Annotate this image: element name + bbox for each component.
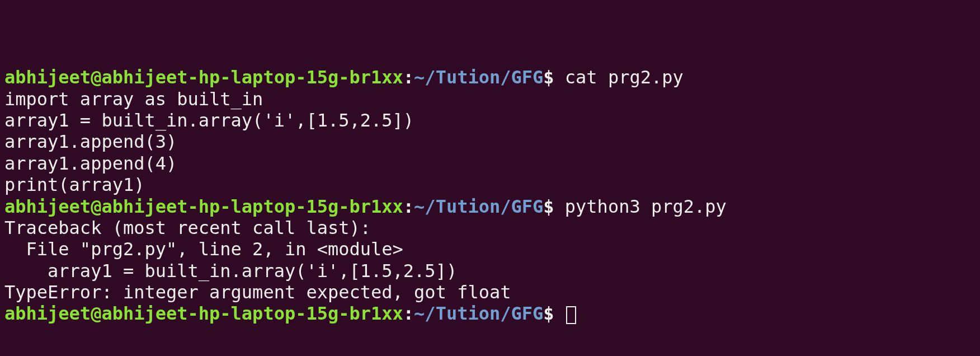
prompt-user-host: abhijeet@abhijeet-hp-laptop-15g-br1xx — [4, 67, 403, 88]
prompt-symbol: $ — [543, 67, 554, 88]
output-line: array1.append(3) — [4, 131, 976, 152]
command-text: python3 prg2.py — [554, 196, 727, 217]
output-line: TypeError: integer argument expected, go… — [4, 282, 976, 303]
output-line: print(array1) — [4, 174, 976, 195]
prompt-separator: : — [403, 67, 414, 88]
terminal-line: abhijeet@abhijeet-hp-laptop-15g-br1xx:~/… — [4, 303, 976, 324]
cursor — [566, 306, 576, 324]
terminal-line: abhijeet@abhijeet-hp-laptop-15g-br1xx:~/… — [4, 196, 976, 217]
prompt-user-host: abhijeet@abhijeet-hp-laptop-15g-br1xx — [4, 196, 403, 217]
terminal-window[interactable]: abhijeet@abhijeet-hp-laptop-15g-br1xx:~/… — [4, 67, 976, 325]
prompt-symbol: $ — [543, 196, 554, 217]
command-text — [554, 303, 565, 324]
prompt-separator: : — [403, 303, 414, 324]
prompt-user-host: abhijeet@abhijeet-hp-laptop-15g-br1xx — [4, 303, 403, 324]
output-line: array1 = built_in.array('i',[1.5,2.5]) — [4, 260, 976, 282]
output-line: import array as built_in — [4, 88, 976, 110]
command-text: cat prg2.py — [554, 67, 684, 88]
prompt-symbol: $ — [543, 303, 554, 324]
output-line: Traceback (most recent call last): — [4, 217, 976, 238]
prompt-path: ~/Tution/GFG — [414, 196, 543, 217]
terminal-line: abhijeet@abhijeet-hp-laptop-15g-br1xx:~/… — [4, 67, 976, 88]
prompt-path: ~/Tution/GFG — [414, 67, 543, 88]
output-line: array1 = built_in.array('i',[1.5,2.5]) — [4, 110, 976, 131]
output-line: array1.append(4) — [4, 153, 976, 174]
prompt-path: ~/Tution/GFG — [414, 303, 543, 324]
output-line: File "prg2.py", line 2, in <module> — [4, 238, 976, 260]
prompt-separator: : — [403, 196, 414, 217]
